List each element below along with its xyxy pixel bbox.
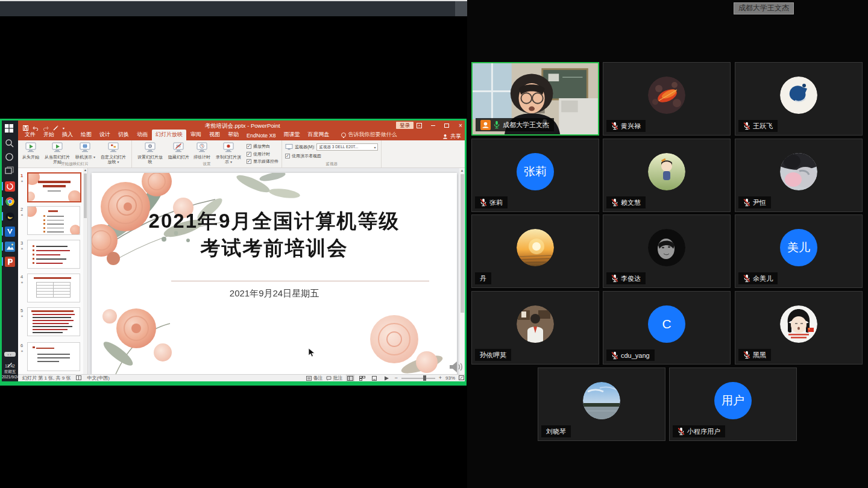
tell-me-search[interactable]: 告诉我你想要做什么 <box>341 131 397 139</box>
pane-divider-handle[interactable] <box>455 1 467 16</box>
zoom-level[interactable]: 93% <box>445 375 455 381</box>
ribbon-tab-3[interactable]: 插入 <box>58 130 77 140</box>
participant-tile-12[interactable]: 黑黑 <box>735 291 863 364</box>
reading-view-button[interactable] <box>370 375 379 381</box>
ribbon-tab-11[interactable]: 帮助 <box>224 130 242 140</box>
ribbon-tab-2[interactable]: 开始 <box>40 130 58 140</box>
normal-view-button[interactable] <box>346 375 354 381</box>
slide-thumbnail-panel: 1✶2✶3✶4✶5✶6✶ ▲ <box>18 168 88 374</box>
ribbon-tab-5[interactable]: 设计 <box>96 130 114 140</box>
fit-to-window-icon[interactable] <box>459 375 464 381</box>
slideshow-view-button[interactable] <box>382 375 391 381</box>
participant-tile-10[interactable]: 孙依呷莫 <box>471 291 599 364</box>
ribbon-tab-1[interactable]: 文件 <box>21 130 39 140</box>
task-view-icon[interactable] <box>5 166 15 177</box>
vs-app-icon[interactable] <box>5 227 15 237</box>
cortana-icon[interactable] <box>5 152 15 163</box>
notes-button[interactable]: 备注 <box>306 375 322 381</box>
slide-thumbnail-3[interactable]: 3✶ <box>18 240 86 270</box>
slide-sorter-view-button[interactable] <box>358 375 366 381</box>
zoom-slider-thumb[interactable] <box>423 375 426 381</box>
participant-name: 刘晓琴 <box>546 427 566 436</box>
language-indicator[interactable]: 中文(中国) <box>87 375 109 381</box>
slide-scrollbar[interactable]: ▲ <box>459 168 465 374</box>
ribbon-button-g1-1[interactable]: 从头开始 <box>21 142 40 160</box>
ribbon-tab-10[interactable]: 视图 <box>206 130 224 140</box>
slide-thumbnail-6[interactable]: 6✶ <box>18 342 86 372</box>
login-button[interactable]: 登录 <box>396 122 414 129</box>
photos-app-icon[interactable] <box>5 242 15 252</box>
ribbon-options-icon[interactable] <box>416 120 422 131</box>
participant-tile-11[interactable]: Ccdu_yang <box>603 291 731 364</box>
avatar <box>517 305 554 343</box>
clock-weekday[interactable]: 星期五 <box>2 369 18 374</box>
meeting-app-icon[interactable] <box>5 181 15 192</box>
participant-tile-4[interactable]: 张莉张莉 <box>471 139 599 212</box>
clock-date[interactable]: 2021/9/24 <box>2 375 18 380</box>
ribbon-tab-4[interactable]: 绘图 <box>77 130 95 140</box>
moon-app-icon[interactable] <box>5 211 15 222</box>
slide-thumbnail-5[interactable]: 5✶ <box>18 307 86 337</box>
slide-title-line2: 考试考前培训会 <box>92 235 457 262</box>
close-icon[interactable]: × <box>458 120 464 131</box>
slide-canvas: 2021年9月全国计算机等级 考试考前培训会 2021年9月24日星期五 <box>92 173 457 374</box>
scroll-up-icon[interactable]: ▲ <box>83 168 87 172</box>
scrollbar-thumb[interactable] <box>461 174 464 313</box>
restore-icon[interactable] <box>444 120 450 131</box>
name-chip: 小程序用户 <box>673 425 725 437</box>
share-label: 共享 <box>450 133 461 140</box>
monitor-select[interactable]: 监视器 3 DELL E20T... ▾ <box>316 143 378 151</box>
share-button[interactable]: 共享 <box>442 133 461 140</box>
mic-muted-icon <box>611 122 618 130</box>
ribbon-tab-9[interactable]: 审阅 <box>187 130 205 140</box>
slide-thumbnail-2[interactable]: 2✶ <box>18 206 86 236</box>
search-icon[interactable] <box>5 139 15 149</box>
participant-tile-9[interactable]: 美儿余美儿 <box>735 214 863 288</box>
ribbon-button-g2-2[interactable]: 隐藏幻灯片 <box>167 142 190 160</box>
scrollbar-thumb[interactable] <box>84 174 87 218</box>
ribbon-tab-6[interactable]: 切换 <box>115 130 133 140</box>
participant-tile-8[interactable]: 李俊达 <box>603 214 731 288</box>
status-bar: 幻灯片 第 1 张, 共 9 张 中文(中国) 备注 批注 − <box>18 374 467 381</box>
thumbnail-scrollbar[interactable]: ▲ <box>83 168 87 374</box>
tray-expand-button[interactable]: ‹› <box>4 352 16 357</box>
windows-start-icon[interactable] <box>5 124 15 134</box>
monitor-label: 监视器(M): <box>295 144 315 150</box>
avatar: C <box>648 305 685 343</box>
presenter-view-checkbox[interactable]: ✓ 使用演示者视图 <box>285 153 321 159</box>
comments-button[interactable]: 批注 <box>326 375 342 381</box>
ribbon-tab-8[interactable]: 幻灯片放映 <box>152 130 186 140</box>
slide-number: 1 <box>20 173 23 178</box>
ribbon-checkbox-1[interactable]: ✓播放旁白 <box>247 143 278 149</box>
participant-tile-5[interactable]: 赖文慧 <box>603 139 731 212</box>
slide-thumbnail-1[interactable]: 1✶ <box>18 172 86 202</box>
participant-tile-7[interactable]: 丹 <box>471 214 599 288</box>
monitor-icon <box>285 144 293 150</box>
ribbon-tab-14[interactable]: 百度网盘 <box>304 130 333 140</box>
checkbox-icon: ✓ <box>247 152 251 157</box>
zoom-out-button[interactable]: − <box>394 375 397 381</box>
participant-tile-2[interactable]: 黄兴禄 <box>603 62 731 136</box>
ribbon-checkbox-2[interactable]: ✓使用计时 <box>247 151 278 157</box>
slide-divider-line <box>171 281 429 281</box>
minimize-icon[interactable] <box>430 120 436 131</box>
scroll-up-icon[interactable]: ▲ <box>459 168 465 174</box>
participant-tile-1[interactable]: 成都大学王文杰 <box>471 62 599 136</box>
spellcheck-icon[interactable] <box>76 375 81 381</box>
ribbon-tab-7[interactable]: 动画 <box>133 130 151 140</box>
participant-tile-13[interactable]: 刘晓琴 <box>538 368 665 441</box>
ribbon-tab-12[interactable]: EndNote X8 <box>243 131 280 140</box>
zoom-in-button[interactable]: + <box>439 375 442 381</box>
ribbon-button-g2-3[interactable]: 排练计时 <box>192 142 212 160</box>
participant-tile-6[interactable]: 尹恒 <box>735 139 863 212</box>
participant-tile-14[interactable]: 用户小程序用户 <box>669 368 797 441</box>
ribbon-button-g1-3[interactable]: 联机演示 ▾ <box>74 142 96 160</box>
name-chip: 黄兴禄 <box>606 120 646 132</box>
clock-time[interactable]: 12:42 <box>2 364 18 369</box>
chrome-icon[interactable] <box>5 196 15 207</box>
participant-tile-3[interactable]: 王跃飞 <box>735 62 863 136</box>
slide-thumbnail-4[interactable]: 4✶ <box>18 274 86 304</box>
powerpoint-app-icon[interactable] <box>5 257 15 267</box>
zoom-slider[interactable] <box>401 378 435 379</box>
ribbon-tab-13[interactable]: 雨课堂 <box>280 130 304 140</box>
